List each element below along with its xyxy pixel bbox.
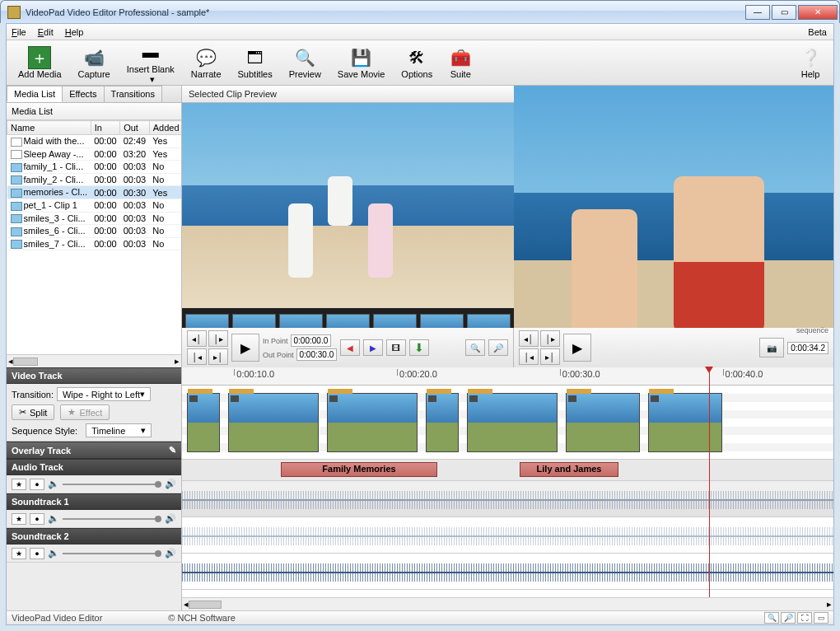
- media-row[interactable]: memories - Cl...00:0000:30Yes: [7, 186, 182, 199]
- s1-rec-button[interactable]: ●: [30, 513, 44, 525]
- insert-clip-button[interactable]: 🎞: [386, 339, 406, 356]
- col-name[interactable]: Name: [7, 121, 91, 135]
- subtitles-button[interactable]: 🗔Subtitles: [230, 44, 281, 81]
- col-added[interactable]: Added: [149, 121, 181, 135]
- media-row[interactable]: Sleep Away -...00:0003:20Yes: [7, 147, 182, 161]
- media-row[interactable]: smiles_3 - Cli...00:0000:03No: [7, 212, 182, 225]
- add-media-button[interactable]: ＋Add Media: [10, 44, 70, 81]
- soundtrack2-controls: ★ ● 🔈 🔊: [7, 545, 181, 563]
- seq-prev-frame-button[interactable]: ◂│: [519, 330, 539, 347]
- col-in[interactable]: In: [91, 121, 120, 135]
- timeline-ruler[interactable]: 0:00:10.0 0:00:20.0 0:00:30.0 0:00:40.0: [182, 367, 833, 386]
- clip-next-frame-button[interactable]: │▸: [208, 330, 228, 347]
- pencil-icon[interactable]: ✎: [169, 445, 176, 456]
- clip-zoom-out-button[interactable]: 🔎: [488, 339, 508, 356]
- media-row[interactable]: family_1 - Cli...00:0000:03No: [7, 161, 182, 174]
- seq-play-button[interactable]: ▶: [563, 334, 591, 362]
- s2-volume-slider[interactable]: [63, 553, 161, 554]
- video-track-lane[interactable]: [182, 386, 833, 460]
- suite-button[interactable]: 🧰Suite: [441, 44, 480, 81]
- options-icon: 🛠: [405, 46, 428, 69]
- insert-blank-button[interactable]: ▬Insert Blank▾: [119, 40, 183, 86]
- media-row[interactable]: smiles_6 - Cli...00:0000:03No: [7, 225, 182, 238]
- drop-clip-button[interactable]: ⬇: [409, 339, 429, 356]
- preview-button[interactable]: 🔍Preview: [281, 44, 329, 81]
- in-point-value[interactable]: 0:00:00.0: [291, 334, 332, 347]
- options-button[interactable]: 🛠Options: [393, 44, 441, 81]
- timeline-hscroll[interactable]: ◂▸: [182, 597, 833, 610]
- maximize-button[interactable]: ▭: [772, 5, 796, 20]
- zoom-out-button[interactable]: 🔍: [764, 612, 779, 624]
- clip-end-button[interactable]: ▸│: [208, 348, 228, 365]
- zoom-in-button[interactable]: 🔎: [781, 612, 796, 624]
- soundtrack1-controls: ★ ● 🔈 🔊: [7, 510, 181, 528]
- zoom-full-button[interactable]: ▭: [814, 612, 828, 624]
- soundtrack2-header: Soundtrack 2: [7, 528, 181, 545]
- menu-help[interactable]: Help: [65, 27, 84, 37]
- media-row[interactable]: Maid with the...00:0002:49Yes: [7, 135, 182, 148]
- tab-transitions[interactable]: Transitions: [104, 86, 162, 102]
- media-row[interactable]: smiles_7 - Cli...00:0000:03No: [7, 237, 182, 250]
- menu-edit[interactable]: Edit: [38, 27, 54, 37]
- close-button[interactable]: ✕: [798, 5, 838, 20]
- tab-media-list[interactable]: Media List: [7, 86, 63, 102]
- s2-rec-button[interactable]: ●: [30, 548, 44, 559]
- soundtrack2-lane[interactable]: [182, 554, 833, 590]
- overlay-clip[interactable]: Family Memories: [281, 462, 437, 477]
- minimize-button[interactable]: —: [745, 5, 770, 20]
- mark-in-button[interactable]: ◀: [340, 339, 360, 356]
- sequence-style-select[interactable]: Timeline▾: [86, 423, 152, 437]
- seq-next-frame-button[interactable]: │▸: [540, 330, 560, 347]
- menu-file[interactable]: File: [12, 27, 26, 37]
- help-button[interactable]: ❔Help: [791, 44, 830, 81]
- clip-start-button[interactable]: │◂: [187, 348, 207, 365]
- s2-star-button[interactable]: ★: [12, 548, 26, 559]
- col-out[interactable]: Out: [120, 121, 150, 135]
- audio-star-button[interactable]: ★: [12, 479, 26, 490]
- tab-effects[interactable]: Effects: [62, 86, 104, 102]
- seq-start-button[interactable]: │◂: [519, 348, 539, 365]
- s1-volume-slider[interactable]: [63, 518, 161, 520]
- zoom-fit-button[interactable]: ⛶: [797, 612, 812, 624]
- audio-volume-slider[interactable]: [63, 484, 161, 485]
- overlay-clip[interactable]: Lily and James: [520, 462, 618, 477]
- sequence-preview-viewport: [514, 86, 833, 354]
- sequence-style-label: Sequence Style:: [12, 426, 77, 436]
- audio-rec-button[interactable]: ●: [30, 479, 44, 490]
- left-column: Media List Effects Transitions Media Lis…: [7, 86, 182, 367]
- out-point-value[interactable]: 0:00:30.0: [296, 348, 338, 361]
- media-row[interactable]: family_2 - Cli...00:0000:03No: [7, 173, 182, 186]
- camera-icon: 📹: [82, 46, 105, 69]
- clip-preview-label: Selected Clip Preview: [182, 86, 514, 103]
- media-row[interactable]: pet_1 - Clip 100:0000:03No: [7, 199, 182, 212]
- speaker-loud-icon: 🔊: [165, 548, 176, 559]
- clip-prev-frame-button[interactable]: ◂│: [187, 330, 207, 347]
- snapshot-button[interactable]: 📷: [759, 338, 784, 358]
- capture-button[interactable]: 📹Capture: [70, 44, 119, 81]
- status-app: VideoPad Video Editor: [12, 613, 102, 623]
- effect-button[interactable]: ★ Effect: [60, 404, 110, 420]
- app-frame: File Edit Help Beta ＋Add Media 📹Capture …: [6, 23, 834, 625]
- narrate-button[interactable]: 💬Narrate: [183, 44, 230, 81]
- seq-end-button[interactable]: ▸│: [540, 348, 560, 365]
- playhead[interactable]: [709, 367, 710, 610]
- mark-out-button[interactable]: ▶: [363, 339, 383, 356]
- split-button[interactable]: ✂ Split: [12, 404, 54, 420]
- transition-select[interactable]: Wipe - Right to Left▾: [57, 387, 151, 401]
- clip-zoom-in-button[interactable]: 🔍: [465, 339, 485, 356]
- audio-track-lane[interactable]: [182, 481, 833, 517]
- overlay-track-header: Overlay Track✎: [7, 442, 181, 459]
- timeline: 0:00:10.0 0:00:20.0 0:00:30.0 0:00:40.0 …: [182, 367, 833, 610]
- media-hscroll[interactable]: ◂▸: [7, 354, 181, 367]
- status-bar: VideoPad Video Editor © NCH Software 🔍 🔎…: [7, 610, 833, 624]
- clip-play-button[interactable]: ▶: [231, 334, 259, 362]
- speaker-loud-icon: 🔊: [165, 479, 176, 489]
- s1-star-button[interactable]: ★: [12, 513, 26, 525]
- save-movie-button[interactable]: 💾Save Movie: [329, 44, 393, 81]
- magnifier-icon: 🔍: [293, 46, 316, 69]
- soundtrack1-lane[interactable]: [182, 517, 833, 554]
- media-table[interactable]: Name In Out Added Maid with the...00:000…: [7, 120, 181, 354]
- sequence-transport: ◂││▸ │◂▸│ ▶ 📷 0:00:34.2 sequence: [514, 328, 833, 367]
- video-track-panel: Transition: Wipe - Right to Left▾ ✂ Spli…: [7, 384, 181, 442]
- overlay-track-lane[interactable]: Family Memories Lily and James: [182, 460, 833, 481]
